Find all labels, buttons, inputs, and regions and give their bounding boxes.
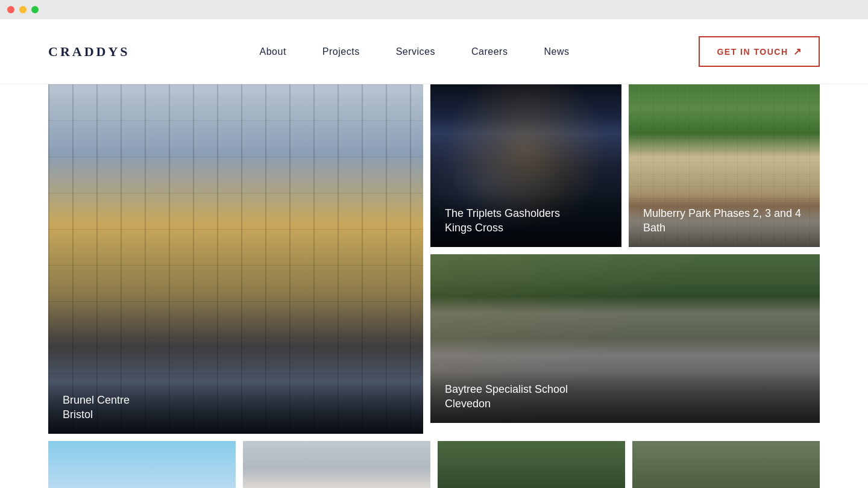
projects-bottom-row [48, 441, 820, 488]
project-image-bottom-3 [438, 441, 625, 488]
project-label-triplets: The Triplets Gasholders Kings Cross [430, 195, 621, 247]
traffic-light-red[interactable] [7, 6, 14, 13]
cta-label: GET IN TOUCH [717, 47, 788, 57]
nav-services[interactable]: Services [396, 46, 435, 57]
traffic-light-green[interactable] [31, 6, 39, 13]
project-card-mulberry[interactable]: Mulberry Park Phases 2, 3 and 4 Bath [629, 84, 820, 247]
project-label-mulberry: Mulberry Park Phases 2, 3 and 4 Bath [629, 195, 820, 247]
main-nav: About Projects Services Careers News [260, 46, 570, 57]
main-content: Brunel Centre Bristol The Triplets Gasho… [0, 84, 868, 488]
projects-top-section: Brunel Centre Bristol The Triplets Gasho… [48, 84, 820, 434]
project-title-mulberry: Mulberry Park Phases 2, 3 and 4 [643, 207, 805, 221]
window-chrome [0, 0, 868, 19]
projects-right-top: The Triplets Gasholders Kings Cross Mulb… [430, 84, 820, 247]
project-card-bottom-2[interactable] [243, 441, 430, 488]
project-card-brunel[interactable]: Brunel Centre Bristol [48, 84, 423, 434]
nav-about[interactable]: About [260, 46, 286, 57]
project-card-baytree[interactable]: Baytree Specialist School Clevedon [430, 254, 820, 423]
arrow-icon: ↗ [793, 46, 802, 57]
project-card-triplets[interactable]: The Triplets Gasholders Kings Cross [430, 84, 621, 247]
projects-right-section: The Triplets Gasholders Kings Cross Mulb… [430, 84, 820, 434]
header: CRADDYS About Projects Services Careers … [0, 19, 868, 84]
project-label-brunel: Brunel Centre Bristol [48, 381, 423, 434]
traffic-light-yellow[interactable] [19, 6, 27, 13]
project-image-bottom-1 [48, 441, 236, 488]
nav-careers[interactable]: Careers [471, 46, 508, 57]
project-subtitle-mulberry: Bath [643, 221, 805, 235]
project-label-baytree: Baytree Specialist School Clevedon [430, 371, 820, 423]
project-subtitle-baytree: Clevedon [445, 397, 805, 411]
project-card-bottom-4[interactable] [632, 441, 820, 488]
project-title-brunel: Brunel Centre [63, 393, 409, 407]
project-card-bottom-3[interactable] [438, 441, 625, 488]
logo[interactable]: CRADDYS [48, 44, 130, 60]
project-image-bottom-4 [632, 441, 820, 488]
project-subtitle-triplets: Kings Cross [445, 221, 607, 235]
project-card-bottom-1[interactable] [48, 441, 236, 488]
project-title-triplets: The Triplets Gasholders [445, 207, 607, 221]
project-subtitle-brunel: Bristol [63, 408, 409, 422]
nav-projects[interactable]: Projects [322, 46, 360, 57]
project-image-bottom-2 [243, 441, 430, 488]
get-in-touch-button[interactable]: GET IN TOUCH ↗ [699, 36, 820, 67]
nav-news[interactable]: News [544, 46, 569, 57]
project-title-baytree: Baytree Specialist School [445, 383, 805, 396]
